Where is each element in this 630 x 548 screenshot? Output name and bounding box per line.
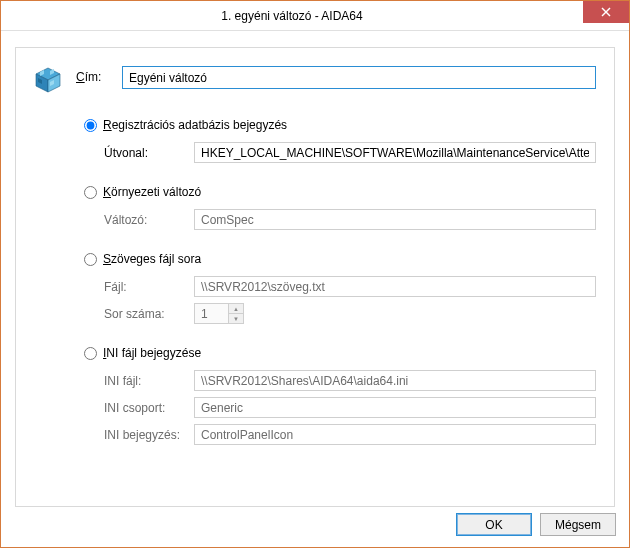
radio-textfile-label: Szöveges fájl sora <box>103 252 201 266</box>
dialog-buttons: OK Mégsem <box>456 513 616 536</box>
group-registry: Regisztrációs adatbázis bejegyzés Útvona… <box>84 118 596 163</box>
spinner-down-icon: ▼ <box>229 314 243 323</box>
radio-registry-label: Regisztrációs adatbázis bejegyzés <box>103 118 287 132</box>
radio-textfile-input[interactable] <box>84 253 97 266</box>
textfile-line-row: Sor száma: ▲ ▼ <box>104 303 596 324</box>
env-var-row: Változó: <box>104 209 596 230</box>
group-textfile: Szöveges fájl sora Fájl: Sor száma: ▲ ▼ <box>84 252 596 324</box>
header-row: Cím: <box>34 66 596 96</box>
textfile-file-row: Fájl: <box>104 276 596 297</box>
title-input[interactable] <box>122 66 596 89</box>
ini-entry-label: INI bejegyzés: <box>104 428 190 442</box>
cancel-button[interactable]: Mégsem <box>540 513 616 536</box>
registry-path-input[interactable] <box>194 142 596 163</box>
ini-file-row: INI fájl: <box>104 370 596 391</box>
close-button[interactable] <box>583 1 629 23</box>
spinner-buttons: ▲ ▼ <box>228 303 244 324</box>
registry-icon <box>34 64 66 96</box>
group-ini: INI fájl bejegyzése INI fájl: INI csopor… <box>84 346 596 445</box>
ok-button[interactable]: OK <box>456 513 532 536</box>
textfile-line-spinner: ▲ ▼ <box>194 303 244 324</box>
group-env: Környezeti változó Változó: <box>84 185 596 230</box>
env-var-input <box>194 209 596 230</box>
close-icon <box>601 7 611 17</box>
ini-group-row: INI csoport: <box>104 397 596 418</box>
window-title: 1. egyéni változó - AIDA64 <box>1 9 583 23</box>
radio-ini[interactable]: INI fájl bejegyzése <box>84 346 596 360</box>
ini-entry-row: INI bejegyzés: <box>104 424 596 445</box>
radio-registry[interactable]: Regisztrációs adatbázis bejegyzés <box>84 118 596 132</box>
main-panel: Cím: Regisztrációs adatbázis bejegyzés Ú… <box>15 47 615 507</box>
registry-path-row: Útvonal: <box>104 142 596 163</box>
content-area: Cím: Regisztrációs adatbázis bejegyzés Ú… <box>1 31 629 521</box>
env-var-label: Változó: <box>104 213 190 227</box>
radio-registry-input[interactable] <box>84 119 97 132</box>
textfile-line-label: Sor száma: <box>104 307 190 321</box>
ini-group-input <box>194 397 596 418</box>
ini-file-input <box>194 370 596 391</box>
radio-env-label: Környezeti változó <box>103 185 201 199</box>
spinner-up-icon: ▲ <box>229 304 243 314</box>
textfile-file-input <box>194 276 596 297</box>
radio-textfile[interactable]: Szöveges fájl sora <box>84 252 596 266</box>
textfile-line-input <box>194 303 228 324</box>
radio-env[interactable]: Környezeti változó <box>84 185 596 199</box>
ini-entry-input <box>194 424 596 445</box>
ini-group-label: INI csoport: <box>104 401 190 415</box>
radio-env-input[interactable] <box>84 186 97 199</box>
radio-ini-input[interactable] <box>84 347 97 360</box>
titlebar: 1. egyéni változó - AIDA64 <box>1 1 629 31</box>
registry-path-label: Útvonal: <box>104 146 190 160</box>
radio-ini-label: INI fájl bejegyzése <box>103 346 201 360</box>
ini-file-label: INI fájl: <box>104 374 190 388</box>
title-label: Cím: <box>76 66 112 84</box>
textfile-file-label: Fájl: <box>104 280 190 294</box>
